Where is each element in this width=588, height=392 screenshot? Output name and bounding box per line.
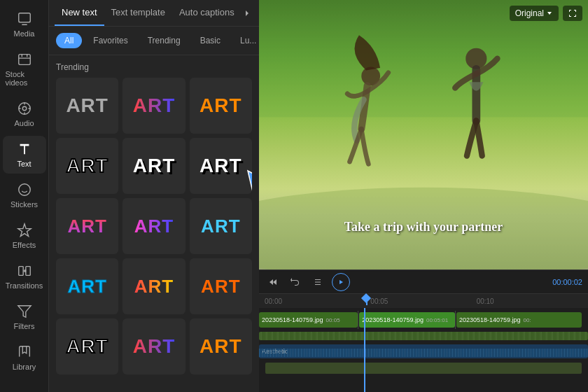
- art-label-5: ART: [133, 155, 176, 177]
- art-label-9: ART: [201, 216, 240, 237]
- clip-video3-label: 20230518-140759.jpg: [459, 316, 521, 323]
- sidebar-label-transitions: Transitions: [6, 281, 43, 290]
- tab-auto-captions[interactable]: Auto captions: [172, 0, 241, 26]
- sidebar-label-media: Media: [14, 29, 35, 38]
- panel-content: Trending ART ART ART ART ART ART: [49, 55, 259, 392]
- filter-all[interactable]: All: [56, 33, 82, 48]
- text-card-8[interactable]: ART: [122, 198, 185, 254]
- text-card-7[interactable]: ART: [56, 198, 118, 254]
- quality-button[interactable]: Original: [510, 6, 559, 21]
- art-label-12: ART: [201, 276, 240, 298]
- svg-marker-7: [248, 171, 252, 194]
- text-card-10[interactable]: ART: [56, 258, 118, 314]
- text-card-3[interactable]: ART: [190, 78, 252, 134]
- sidebar-item-stickers[interactable]: Stickers: [3, 176, 46, 214]
- undo-icon: [290, 277, 300, 287]
- filter-lu[interactable]: Lu...: [232, 33, 259, 48]
- sidebar-item-audio[interactable]: Audio: [3, 95, 46, 133]
- track-divider2: [455, 311, 456, 329]
- filters-icon: [17, 304, 32, 319]
- clip-video1-label: 20230518-140759.jpg: [262, 316, 323, 323]
- timeline-area: 00:00:02 00:00 00:05 00:10 20230518-1407…: [259, 270, 588, 392]
- text-card-14[interactable]: ART: [122, 318, 185, 374]
- art-label-13: ART: [66, 335, 108, 358]
- quality-label: Original: [515, 8, 544, 18]
- timeline-tracks: 20230518-140759.jpg 00:05 20230518-14075…: [259, 308, 588, 392]
- transitions-icon: [17, 263, 32, 279]
- sidebar-item-text[interactable]: Text: [3, 136, 46, 174]
- chevron-right-icon: [242, 8, 252, 18]
- ruler-mark-0: 00:00: [265, 298, 370, 305]
- text-card-2[interactable]: ART: [122, 78, 185, 134]
- clip-video1[interactable]: 20230518-140759.jpg 00:05: [259, 312, 358, 328]
- filter-favorites[interactable]: Favorites: [85, 33, 136, 48]
- tab-text-template[interactable]: Text template: [104, 0, 172, 26]
- sidebar-label-filters: Filters: [14, 322, 35, 330]
- art-label-15: ART: [200, 335, 242, 358]
- preview-subtitle: Take a trip with your partner: [344, 220, 503, 234]
- clip-video2-label: 20230518-140759.jpg: [362, 316, 424, 323]
- effects-icon: [17, 223, 32, 238]
- text-card-4[interactable]: ART: [56, 138, 118, 194]
- track-row-audio: Aesthetic: [259, 343, 588, 360]
- cursor-arrow-icon: [242, 167, 252, 194]
- text-card-15[interactable]: ART: [190, 318, 252, 374]
- fullscreen-button[interactable]: [563, 6, 582, 21]
- text-track-clip[interactable]: [265, 363, 581, 374]
- stickers-icon: [17, 182, 32, 197]
- art-label-11: ART: [134, 276, 174, 298]
- text-card-5[interactable]: ART: [122, 138, 185, 194]
- sidebar-item-library[interactable]: Library: [3, 339, 46, 377]
- rewind-button[interactable]: [265, 274, 281, 290]
- filter-trending[interactable]: Trending: [139, 33, 189, 48]
- sidebar-item-effects[interactable]: Effects: [3, 217, 46, 255]
- sidebar-item-transitions[interactable]: Transitions: [3, 258, 46, 295]
- track-row-video: 20230518-140759.jpg 00:05 20230518-14075…: [259, 311, 588, 329]
- filter-basic[interactable]: Basic: [192, 33, 229, 48]
- svg-point-3: [22, 106, 27, 111]
- track-content-text: [259, 361, 588, 375]
- clip-video2-time: 00:05:01: [426, 317, 448, 323]
- timeline-ruler: 00:00 00:05 00:10: [259, 294, 588, 308]
- svg-rect-1: [18, 55, 30, 65]
- track-content-color: [259, 330, 588, 342]
- text-card-12[interactable]: ART: [190, 258, 252, 314]
- play-button[interactable]: [332, 273, 350, 291]
- undo-button[interactable]: [287, 274, 304, 290]
- art-label-7: ART: [67, 216, 106, 237]
- right-area: Take a trip with your partner Original: [259, 0, 588, 392]
- audio-waveform: [259, 349, 588, 357]
- fullscreen-icon: [568, 9, 577, 18]
- svg-rect-0: [18, 13, 30, 22]
- trim-button[interactable]: [309, 274, 326, 290]
- sidebar-label-effects: Effects: [13, 241, 36, 249]
- clip-video3[interactable]: 20230518-140759.jpg 00:: [456, 312, 582, 328]
- panel-tabs: New text Text template Auto captions: [49, 0, 259, 27]
- media-icon: [17, 11, 32, 27]
- text-card-13[interactable]: ART: [56, 318, 118, 374]
- rewind-icon: [268, 277, 278, 287]
- sidebar-item-stock[interactable]: Stock videos: [3, 46, 46, 92]
- text-icon: [17, 141, 32, 157]
- clip-audio1[interactable]: Aesthetic: [259, 344, 588, 358]
- sidebar-label-library: Library: [13, 363, 36, 371]
- sidebar-item-media[interactable]: Media: [3, 6, 46, 43]
- art-label-1: ART: [66, 94, 108, 117]
- track-row-color: [259, 330, 588, 342]
- sidebar-label-text: Text: [17, 160, 31, 168]
- text-card-1[interactable]: ART: [56, 78, 118, 134]
- text-card-6[interactable]: ART: [190, 138, 252, 194]
- filter-bar: All Favorites Trending Basic Lu...: [49, 27, 259, 55]
- text-card-11[interactable]: ART: [122, 258, 185, 314]
- clip-video2[interactable]: 20230518-140759.jpg 00:05:01: [359, 312, 454, 328]
- text-card-9[interactable]: ART: [190, 198, 252, 254]
- svg-point-4: [18, 184, 30, 196]
- art-label-8: ART: [134, 216, 174, 237]
- sidebar-item-filters[interactable]: Filters: [3, 298, 46, 336]
- tab-more-button[interactable]: [241, 5, 253, 22]
- tab-new-text[interactable]: New text: [55, 0, 104, 26]
- stock-icon: [17, 52, 32, 67]
- art-label-3: ART: [200, 94, 242, 117]
- track-divider1: [358, 311, 358, 329]
- art-label-10: ART: [67, 276, 106, 298]
